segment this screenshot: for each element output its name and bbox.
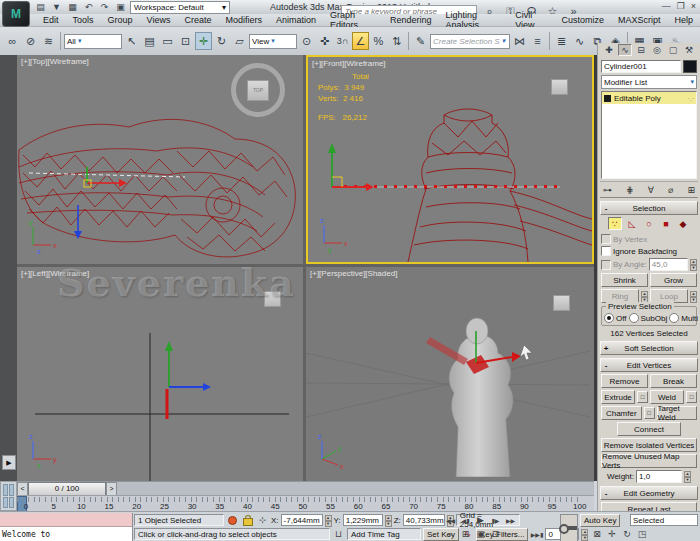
tab-display-icon[interactable]: ▢ bbox=[666, 44, 680, 56]
pan-view-icon[interactable]: ✛ bbox=[605, 528, 618, 541]
tab-hierarchy-icon[interactable]: ⊟ bbox=[634, 44, 648, 56]
character-mesh[interactable] bbox=[426, 318, 513, 477]
absolute-offset-mode-icon[interactable]: ⊹ bbox=[256, 514, 269, 527]
ring-spinner[interactable]: ▲▼ bbox=[641, 291, 648, 302]
viewport-left-label[interactable]: [+][Left][Wireframe] bbox=[21, 269, 89, 278]
connect-button[interactable]: Connect bbox=[617, 422, 681, 436]
undo-icon[interactable]: ↶ bbox=[82, 2, 95, 13]
go-to-start-icon[interactable]: ◀◀ bbox=[444, 514, 457, 527]
pin-stack-icon[interactable]: ⊶ bbox=[603, 185, 612, 195]
percent-snap-icon[interactable]: % bbox=[370, 32, 387, 50]
snap-toggle-icon[interactable]: 3∩ bbox=[334, 32, 351, 50]
remove-unused-map-verts-button[interactable]: Remove Unused Map Verts bbox=[601, 454, 697, 468]
listener-text-row[interactable]: Welcome to bbox=[0, 527, 132, 541]
modifier-list-dropdown[interactable]: Modifier List ▾ bbox=[601, 75, 697, 89]
rectangular-selection-region-icon[interactable]: ▭ bbox=[159, 32, 176, 50]
menu-rendering[interactable]: Rendering bbox=[383, 15, 439, 25]
time-slider-handle[interactable]: 0 / 100 bbox=[28, 482, 106, 496]
by-angle-spinner[interactable]: ▲▼ bbox=[690, 259, 697, 270]
viewport-perspective[interactable]: [+][Perspective][Shaded] bbox=[306, 267, 594, 481]
tab-create-icon[interactable]: ✚ bbox=[602, 44, 616, 56]
select-and-rotate-icon[interactable]: ↻ bbox=[213, 32, 230, 50]
by-angle-field[interactable]: 45,0 bbox=[649, 258, 688, 271]
auto-key-button[interactable]: Auto Key bbox=[580, 514, 620, 527]
selection-filter-dropdown[interactable]: All ▾ bbox=[64, 34, 122, 49]
tab-utilities-icon[interactable]: ⚒ bbox=[682, 44, 696, 56]
weld-settings-button[interactable]: □ bbox=[686, 391, 697, 403]
remove-modifier-icon[interactable]: ⌀ bbox=[668, 185, 673, 195]
extrude-button[interactable]: Extrude bbox=[601, 390, 635, 404]
named-selection-dropdown[interactable]: Create Selection S ▾ bbox=[430, 34, 510, 49]
zoom-icon[interactable]: ⌕ bbox=[444, 528, 457, 541]
restore-button[interactable]: ❐ bbox=[677, 1, 685, 11]
viewport-top-label[interactable]: [+][Top][Wireframe] bbox=[21, 57, 89, 66]
select-by-name-icon[interactable]: ▤ bbox=[141, 32, 158, 50]
viewcube-left[interactable] bbox=[264, 291, 281, 307]
configure-modifier-sets-icon[interactable]: ⊞ bbox=[687, 185, 695, 195]
next-frame-icon[interactable]: ▮▶ bbox=[489, 514, 502, 527]
select-and-manipulate-icon[interactable]: ✜ bbox=[316, 32, 333, 50]
tab-motion-icon[interactable]: ◎ bbox=[650, 44, 664, 56]
menu-tools[interactable]: Tools bbox=[66, 15, 101, 25]
chamfer-button[interactable]: Chamfer bbox=[601, 406, 642, 420]
bind-to-space-warp-icon[interactable]: ≋ bbox=[40, 32, 57, 50]
weight-field[interactable]: 1,0 bbox=[636, 470, 682, 483]
reference-coordinate-dropdown[interactable]: View ▾ bbox=[249, 34, 297, 49]
viewport-left[interactable]: [+][Left][Wireframe] yzx bbox=[17, 267, 303, 481]
viewcube-face[interactable]: TOP bbox=[247, 80, 269, 101]
selection-rollout-header[interactable]: - Selection bbox=[600, 201, 698, 215]
by-vertex-checkbox[interactable] bbox=[601, 234, 611, 244]
align-icon[interactable]: ≡ bbox=[529, 32, 546, 50]
selection-lock-icon[interactable] bbox=[241, 514, 254, 527]
use-pivot-center-icon[interactable]: ⊙ bbox=[298, 32, 315, 50]
repeat-last-button[interactable]: Repeat Last bbox=[601, 502, 697, 511]
menu-create[interactable]: Create bbox=[177, 15, 218, 25]
add-time-tag-field[interactable]: Add Time Tag bbox=[347, 528, 421, 540]
loop-spinner[interactable]: ▲▼ bbox=[690, 291, 697, 302]
maxscript-mini-listener[interactable]: Welcome to bbox=[0, 513, 133, 541]
orbit-icon[interactable]: ↻ bbox=[620, 528, 633, 541]
project-folder-icon[interactable]: ▣ bbox=[114, 2, 127, 13]
tab-modify-icon[interactable]: ∿ bbox=[618, 44, 632, 56]
vertex-mode-icon[interactable]: ∵ bbox=[608, 217, 622, 230]
dock-expand-button[interactable]: ▶ bbox=[2, 455, 16, 470]
previous-frame-icon[interactable]: ◀▮ bbox=[459, 514, 472, 527]
frame-spinner[interactable]: ▲▼ bbox=[581, 529, 588, 540]
remove-button[interactable]: Remove bbox=[601, 374, 648, 388]
preview-off-radio[interactable] bbox=[604, 313, 614, 323]
show-end-result-icon[interactable]: ⋕ bbox=[626, 185, 634, 195]
menu-group[interactable]: Group bbox=[101, 15, 140, 25]
move-gizmo[interactable] bbox=[74, 167, 127, 239]
border-mode-icon[interactable]: ○ bbox=[642, 217, 656, 230]
chamfer-settings-button[interactable]: □ bbox=[644, 407, 655, 419]
zoom-extents-all-icon[interactable]: ⊡ bbox=[489, 528, 502, 541]
x-spinner[interactable]: ▲▼ bbox=[325, 515, 332, 526]
extrude-settings-button[interactable]: □ bbox=[637, 391, 648, 403]
break-button[interactable]: Break bbox=[650, 374, 697, 388]
curve-editor-icon[interactable]: ∿ bbox=[571, 32, 588, 50]
redo-icon[interactable]: ↷ bbox=[98, 2, 111, 13]
viewport-front[interactable]: [+][Front][Wireframe] Total Polys: 3 949… bbox=[306, 55, 594, 264]
stack-item-editable-poly[interactable]: Editable Poly ·.· bbox=[602, 92, 696, 104]
time-slider[interactable]: < 0 / 100 > bbox=[17, 481, 594, 495]
menu-edit[interactable]: Edit bbox=[36, 15, 66, 25]
polygon-mode-icon[interactable]: ■ bbox=[659, 217, 673, 230]
menu-views[interactable]: Views bbox=[140, 15, 178, 25]
viewport-front-label[interactable]: [+][Front][Wireframe] bbox=[312, 59, 386, 68]
viewport-layout-button[interactable] bbox=[0, 481, 17, 511]
previous-frame-arrow[interactable]: < bbox=[17, 482, 28, 496]
move-gizmo[interactable] bbox=[328, 143, 374, 191]
layer-manager-icon[interactable]: ≣ bbox=[553, 32, 570, 50]
soft-selection-header[interactable]: + Soft Selection bbox=[600, 341, 698, 355]
new-file-icon[interactable]: ▤ bbox=[34, 2, 47, 13]
select-and-move-icon[interactable]: ✛ bbox=[195, 32, 212, 50]
object-color-swatch[interactable] bbox=[683, 60, 697, 73]
listener-macro-row[interactable] bbox=[0, 513, 132, 527]
by-angle-checkbox[interactable] bbox=[601, 260, 611, 270]
target-weld-button[interactable]: Target Weld bbox=[657, 406, 698, 420]
track-bar[interactable]: 05 1015 2025 3035 4045 5055 6065 7075 80… bbox=[17, 495, 594, 511]
preview-multi-radio[interactable] bbox=[669, 313, 679, 323]
z-coordinate-field[interactable]: 40,733mm bbox=[403, 514, 445, 526]
menu-modifiers[interactable]: Modifiers bbox=[218, 15, 269, 25]
minimize-button[interactable]: — bbox=[662, 1, 671, 11]
